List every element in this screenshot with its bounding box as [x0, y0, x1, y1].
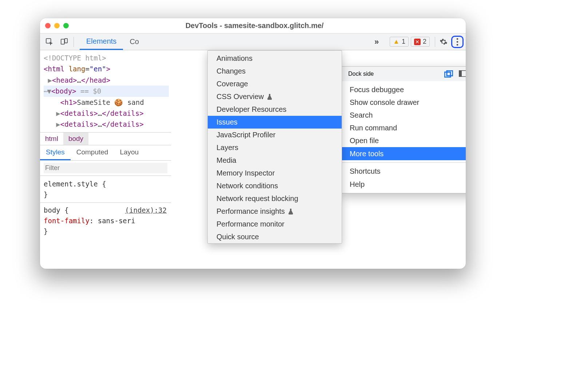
style-decl[interactable]: font-family: sans-seri [44, 216, 167, 226]
submenu-item-issues[interactable]: Issues [208, 116, 342, 129]
overflow-menu: Dock side Focus debuggee Show console dr… [341, 66, 466, 193]
submenu-item-javascript-profiler[interactable]: JavaScript Profiler [208, 129, 342, 141]
breadcrumb: html body [40, 133, 171, 145]
minimize-icon[interactable] [54, 23, 60, 28]
dom-details-1[interactable]: ▶<details>…</details> [44, 108, 169, 119]
more-tools-submenu: AnimationsChangesCoverageCSS OverviewDev… [207, 50, 342, 244]
warning-icon: ▲ [393, 38, 400, 46]
flask-icon [288, 208, 294, 215]
submenu-item-network-conditions[interactable]: Network conditions [208, 180, 342, 192]
errors-chip[interactable]: ✕ 2 [411, 37, 430, 47]
svg-point-5 [457, 44, 458, 46]
more-options-icon[interactable] [451, 36, 464, 48]
submenu-item-media[interactable]: Media [208, 154, 342, 167]
dockside-label: Dock side [348, 71, 374, 77]
submenu-item-changes[interactable]: Changes [208, 65, 342, 78]
error-count: 2 [423, 38, 426, 46]
dock-undock-icon[interactable] [444, 70, 453, 78]
submenu-item-developer-resources[interactable]: Developer Resources [208, 103, 342, 116]
menu-open-file[interactable]: Open file⌘ P [342, 134, 466, 147]
devtools-toolbar: Elements Co » ▲ 1 ✕ 2 [40, 34, 466, 50]
menu-help[interactable]: Help▶ [342, 178, 466, 191]
svg-rect-1 [61, 39, 64, 44]
warnings-chip[interactable]: ▲ 1 [390, 37, 409, 47]
tab-elements[interactable]: Elements [80, 34, 123, 50]
close-icon[interactable] [45, 23, 51, 28]
error-icon: ✕ [414, 39, 421, 45]
tab-layout[interactable]: Layou [114, 145, 144, 160]
submenu-item-performance-monitor[interactable]: Performance monitor [208, 218, 342, 231]
dom-doctype[interactable]: <!DOCTYPE html> [44, 52, 169, 63]
dock-left-icon[interactable] [459, 70, 466, 78]
tab-styles[interactable]: Styles [40, 145, 71, 160]
crumb-html[interactable]: html [40, 133, 63, 145]
flask-icon [267, 94, 273, 100]
svg-point-3 [457, 38, 458, 40]
warning-count: 1 [402, 38, 405, 46]
svg-rect-7 [447, 71, 453, 76]
menu-focus-debuggee[interactable]: Focus debuggee [342, 83, 466, 96]
svg-rect-2 [65, 38, 67, 43]
source-link[interactable]: (index):32 [125, 205, 167, 216]
menu-shortcuts[interactable]: Shortcuts [342, 165, 466, 178]
zoom-icon[interactable] [63, 23, 69, 28]
window-title: DevTools - samesite-sandbox.glitch.me/ [69, 21, 440, 30]
filter-input[interactable] [44, 163, 167, 173]
menu-run-command[interactable]: Run command⌘ ⇧ P [342, 122, 466, 134]
crumb-body[interactable]: body [63, 133, 88, 145]
dom-head[interactable]: ▶<head>…</head> [44, 75, 169, 86]
svg-rect-9 [459, 70, 462, 77]
menu-more-tools[interactable]: More tools▶ [342, 147, 466, 160]
submenu-item-memory-inspector[interactable]: Memory Inspector [208, 167, 342, 180]
submenu-item-coverage[interactable]: Coverage [208, 78, 342, 90]
settings-icon[interactable] [437, 36, 450, 48]
device-toolbar-icon[interactable] [57, 35, 71, 49]
devtools-window: DevTools - samesite-sandbox.glitch.me/ E… [40, 18, 466, 269]
dom-tree[interactable]: <!DOCTYPE html> <html lang="en"> ▶<head>… [40, 50, 171, 133]
traffic-lights [45, 23, 69, 28]
svg-point-4 [457, 41, 458, 43]
window-titlebar: DevTools - samesite-sandbox.glitch.me/ [40, 18, 466, 34]
submenu-item-css-overview[interactable]: CSS Overview [208, 90, 342, 103]
submenu-item-layers[interactable]: Layers [208, 141, 342, 154]
svg-rect-6 [445, 72, 450, 77]
style-rule-element[interactable]: element.style { [44, 179, 167, 189]
submenu-item-quick-source[interactable]: Quick source [208, 231, 342, 243]
tabs-overflow-icon[interactable]: » [374, 37, 379, 47]
styles-filter [40, 161, 171, 176]
submenu-item-animations[interactable]: Animations [208, 52, 342, 65]
submenu-item-network-request-blocking[interactable]: Network request blocking [208, 192, 342, 205]
dom-body-selected[interactable]: ⋯▼<body> == $0 [44, 86, 169, 97]
dom-details-2[interactable]: ▶<details>…</details> [44, 119, 169, 130]
inspect-element-icon[interactable] [42, 35, 57, 49]
styles-pane[interactable]: element.style { } (index):32 body { font… [40, 176, 171, 240]
dom-h1[interactable]: <h1>SameSite 🍪 sand [44, 97, 169, 108]
dom-html[interactable]: <html lang="en"> [44, 63, 169, 74]
styles-tabs: Styles Computed Layou [40, 145, 171, 161]
submenu-item-performance-insights[interactable]: Performance insights [208, 205, 342, 218]
tab-computed[interactable]: Computed [71, 145, 114, 160]
menu-search[interactable]: Search⌘ ⌥ F [342, 109, 466, 122]
menu-console-drawer[interactable]: Show console drawerEsc [342, 96, 466, 109]
tab-console[interactable]: Co [123, 34, 146, 50]
